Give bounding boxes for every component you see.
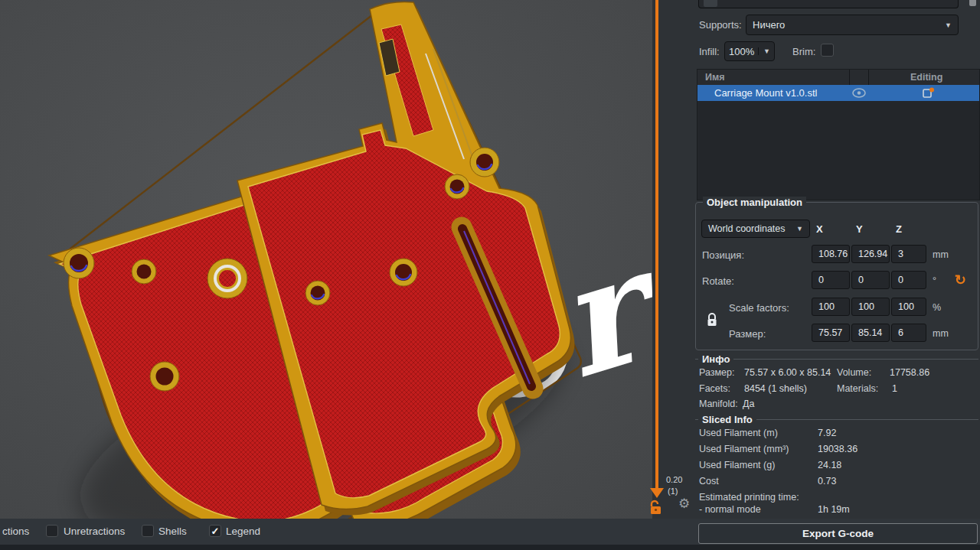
column-name[interactable]: Имя (705, 72, 725, 83)
rotate-x-input[interactable]: 0 (812, 271, 850, 289)
uniform-scale-lock-icon[interactable] (706, 312, 718, 327)
sliced-row-label: Used Filament (g) (699, 460, 775, 470)
layer-slider-handle[interactable] (650, 488, 664, 498)
axis-z-header: Z (896, 223, 902, 235)
sliced-row-label: Cost (699, 476, 719, 487)
info-size-label: Размер: (699, 367, 734, 378)
column-divider (868, 70, 869, 85)
sliced-row-label: - normal mode (699, 504, 761, 515)
position-unit: mm (933, 249, 949, 260)
infill-dropdown[interactable]: 100% ▼ (724, 41, 775, 61)
toggle-unretractions-label[interactable]: Unretractions (64, 526, 125, 537)
check-icon: ✓ (211, 526, 220, 537)
layer-slider-track[interactable] (655, 0, 658, 490)
info-title: Инфо (698, 353, 733, 365)
object-name: Carriage Mount v1.0.stl (714, 87, 817, 99)
object-manipulation-title: Object manipulation (703, 197, 806, 208)
chevron-down-icon: ▼ (758, 47, 770, 55)
position-y-input[interactable]: 126.94 (851, 245, 890, 263)
sliced-row-value: 1h 19m (818, 504, 850, 515)
sliced-row-value: 7.92 (818, 428, 836, 438)
unretractions-checkbox[interactable] (46, 525, 58, 537)
sliced-row-label: Used Filament (mm³) (699, 444, 789, 454)
visibility-eye-icon[interactable] (852, 88, 866, 98)
column-editing[interactable]: Editing (910, 72, 942, 83)
legend-checkbox[interactable]: ✓ (209, 525, 221, 537)
sliced-info-title: Sliced Info (698, 414, 756, 425)
object-list-header: Имя Editing (697, 70, 979, 85)
status-strip (0, 545, 980, 550)
supports-dropdown[interactable]: Ничего ▼ (746, 15, 959, 35)
axis-x-header: X (816, 223, 823, 235)
position-z-input[interactable]: 3 (891, 245, 926, 263)
infill-label: Infill: (699, 46, 720, 57)
size-unit: mm (933, 328, 949, 339)
edit-layers-icon[interactable] (923, 87, 935, 99)
axis-y-header: Y (856, 223, 863, 235)
rotate-unit: ° (933, 275, 936, 286)
info-size-value: 75.57 x 6.00 x 85.14 (744, 367, 831, 378)
scale-label: Scale factors: (729, 302, 789, 314)
size-label: Размер: (729, 328, 766, 340)
brim-checkbox[interactable] (821, 44, 834, 57)
scale-unit: % (933, 302, 941, 313)
supports-value: Ничего (753, 19, 785, 31)
info-group-border (695, 359, 978, 360)
rotate-z-input[interactable]: 0 (891, 271, 926, 289)
printer-select-partial[interactable] (698, 0, 959, 8)
gear-icon[interactable]: ⚙ (678, 496, 690, 512)
size-z-input[interactable]: 6 (891, 324, 926, 342)
toggle-shells-label[interactable]: Shells (158, 526, 187, 537)
object-list: Имя Editing Carriage Mount v1.0.stl (697, 69, 980, 200)
rotate-y-input[interactable]: 0 (851, 271, 890, 289)
sliced-row-value: 0.73 (818, 476, 836, 487)
sliced-row-label: Estimated printing time: (699, 492, 799, 503)
brim-label: Brim: (792, 46, 815, 57)
column-divider (849, 70, 850, 85)
position-x-input[interactable]: 108.76 (812, 245, 850, 263)
toggle-legend-label[interactable]: Legend (226, 526, 260, 537)
info-facets-value: 8454 (1 shells) (744, 383, 807, 394)
rotate-label: Rotate: (702, 275, 734, 287)
gcode-preview-canvas[interactable]: Ender (0, 0, 652, 519)
help-icon-partial[interactable] (969, 0, 976, 6)
info-materials-value: 1 (892, 383, 897, 394)
gcode-preview-render: Ender (0, 0, 652, 519)
scale-y-input[interactable]: 100 (851, 298, 890, 316)
scale-x-input[interactable]: 100 (812, 298, 850, 316)
sliced-row-label: Used Filament (m) (699, 428, 778, 438)
coordinate-system-value: World coordinates (708, 223, 786, 234)
size-y-input[interactable]: 85.14 (851, 324, 890, 342)
chevron-down-icon: ▼ (945, 21, 952, 29)
object-row[interactable]: Carriage Mount v1.0.stl (697, 85, 979, 101)
supports-label: Supports: (699, 19, 742, 31)
toggle-retractions-label[interactable]: ctions (2, 526, 29, 537)
printer-icon (704, 0, 717, 7)
info-volume-value: 17758.86 (890, 367, 929, 378)
info-volume-label: Volume: (837, 367, 871, 378)
sliced-row-value: 24.18 (818, 460, 841, 470)
chevron-down-icon: ▼ (796, 225, 803, 233)
coordinate-system-dropdown[interactable]: World coordinates ▼ (701, 220, 810, 238)
reset-rotation-icon[interactable]: ↺ (955, 272, 966, 288)
position-label: Позиция: (702, 249, 744, 261)
info-manifold-value: Да (743, 399, 754, 409)
infill-value: 100% (729, 46, 755, 57)
scale-z-input[interactable]: 100 (891, 298, 926, 316)
layer-index-value: (1) (668, 487, 678, 496)
info-materials-label: Materials: (837, 383, 878, 394)
export-gcode-button[interactable]: Export G-code (698, 523, 978, 544)
preview-toolbar: ctions Unretractions Shells ✓ Legend Exp… (0, 519, 980, 545)
unlock-icon[interactable] (648, 500, 664, 515)
info-facets-label: Facets: (699, 383, 730, 394)
layer-height-value: 0.20 (666, 475, 682, 484)
info-manifold-label: Manifold: (699, 399, 738, 409)
shells-checkbox[interactable] (142, 525, 154, 537)
sliced-row-value: 19038.36 (818, 444, 858, 454)
size-x-input[interactable]: 75.57 (812, 324, 850, 342)
